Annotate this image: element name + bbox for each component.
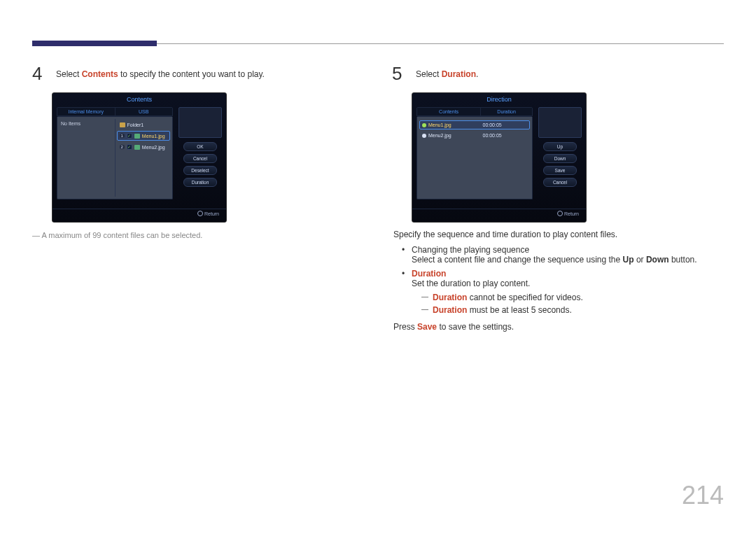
dur-sub2-post: must be at least 5 seconds.	[467, 305, 571, 315]
duration-row-1[interactable]: Menu1.jpg 00:00:05	[419, 120, 530, 129]
bullet-list: Changing the playing sequence Select a c…	[402, 245, 728, 315]
col-internal-memory: Internal Memory	[57, 108, 115, 116]
file-row-1[interactable]: 1 ✓ Menu1.jpg	[117, 131, 171, 141]
step-5-number: 5	[392, 64, 407, 83]
file-row-1-check-icon: ✓	[127, 133, 132, 139]
step-4-post: to specify the content you want to play.	[118, 69, 265, 79]
direction-screen-title: Direction	[412, 93, 586, 104]
save-pre: Press	[393, 322, 417, 332]
duration-button[interactable]: Duration	[183, 178, 217, 187]
bullet-sequence: Changing the playing sequence Select a c…	[402, 245, 728, 265]
step-5-post: .	[476, 69, 478, 79]
duration-row-2[interactable]: Menu2.jpg 00:00:05	[419, 131, 530, 140]
col-usb: USB	[115, 108, 173, 116]
step-4-pre: Select	[56, 69, 82, 79]
dur-sub1-key: Duration	[433, 293, 467, 302]
seq-line-post: button.	[669, 255, 697, 265]
step-5-keyword: Duration	[442, 69, 476, 79]
up-button[interactable]: Up	[543, 142, 577, 151]
step-4-keyword: Contents	[82, 69, 118, 79]
seq-title: Changing the playing sequence	[412, 245, 529, 255]
step-5-text: Select Duration.	[416, 64, 478, 79]
contents-screen: Contents Internal Memory USB No Items Fo…	[52, 92, 227, 223]
duration-row-2-name: Menu2.jpg	[428, 133, 451, 138]
right-intro: Specify the sequence and time duration t…	[393, 230, 728, 239]
save-post: to save the settings.	[437, 322, 514, 332]
return-icon	[557, 211, 563, 216]
contents-side-panel: OK Cancel Deselect Duration	[178, 107, 222, 187]
step-4-number: 4	[32, 64, 48, 83]
duration-row-1-name: Menu1.jpg	[428, 122, 451, 127]
cancel-button[interactable]: Cancel	[543, 178, 577, 187]
contents-list-area: Internal Memory USB No Items Folder1 1 ✓	[57, 107, 173, 209]
left-column: 4 Select Contents to specify the content…	[32, 64, 368, 239]
save-key: Save	[417, 322, 437, 332]
dur-sub-1: Duration cannot be specified for videos.	[421, 293, 728, 302]
cancel-button[interactable]: Cancel	[183, 154, 217, 163]
save-line: Press Save to save the settings.	[393, 322, 728, 332]
direction-columns-header: Contents Duration	[416, 107, 533, 117]
direction-file-list: Menu1.jpg 00:00:05 Menu2.jpg 00:00:05	[416, 117, 533, 199]
image-icon	[134, 145, 140, 150]
header-accent-bar	[32, 41, 157, 46]
file-row-2[interactable]: 2 ✓ Menu2.jpg	[117, 142, 171, 152]
duration-sublist: Duration cannot be specified for videos.…	[421, 293, 728, 315]
seq-or: or	[634, 255, 646, 265]
direction-footer: Return	[412, 209, 586, 219]
dur-line: Set the duration to play content.	[412, 279, 530, 288]
no-items-label: No Items	[59, 119, 113, 128]
contents-screen-title: Contents	[52, 93, 226, 104]
col-contents: Contents	[417, 108, 480, 116]
return-icon	[197, 211, 203, 216]
preview-box	[178, 107, 222, 138]
duration-row-2-time: 00:00:05	[480, 133, 528, 138]
folder-row[interactable]: Folder1	[117, 120, 171, 129]
file-row-2-index: 2	[120, 145, 125, 149]
ok-button[interactable]: OK	[183, 142, 217, 151]
row-1-dot-icon	[422, 123, 426, 127]
file-row-2-name: Menu2.jpg	[142, 145, 165, 150]
dur-title: Duration	[412, 269, 446, 279]
contents-file-list: No Items Folder1 1 ✓ Menu1.jpg 2	[57, 117, 173, 199]
row-2-dot-icon	[422, 134, 426, 138]
dur-sub1-post: cannot be specified for videos.	[467, 293, 582, 302]
direction-screen: Direction Contents Duration Menu1.jpg 00…	[412, 92, 587, 223]
direction-list-area: Contents Duration Menu1.jpg 00:00:05 Men…	[416, 107, 533, 209]
step-4-text: Select Contents to specify the content y…	[56, 64, 265, 79]
duration-row-1-time: 00:00:05	[480, 122, 528, 127]
save-button[interactable]: Save	[543, 166, 577, 175]
step-5: 5 Select Duration.	[392, 64, 728, 83]
left-note: A maximum of 99 content files can be sel…	[32, 231, 368, 239]
bullet-duration: Duration Set the duration to play conten…	[402, 269, 728, 315]
folder-name: Folder1	[127, 122, 144, 127]
seq-up: Up	[623, 255, 634, 265]
folder-icon	[120, 122, 125, 127]
seq-down: Down	[646, 255, 669, 265]
file-row-1-index: 1	[120, 134, 125, 138]
down-button[interactable]: Down	[543, 154, 577, 163]
return-label: Return	[204, 211, 219, 216]
file-row-1-name: Menu1.jpg	[142, 134, 165, 139]
col-duration: Duration	[480, 108, 532, 116]
file-row-2-check-icon: ✓	[127, 144, 132, 150]
seq-line-pre: Select a content file and change the seq…	[412, 255, 623, 265]
deselect-button[interactable]: Deselect	[183, 166, 217, 175]
dur-sub2-key: Duration	[433, 305, 467, 315]
direction-side-panel: Up Down Save Cancel	[538, 107, 582, 187]
dur-sub-2: Duration must be at least 5 seconds.	[421, 305, 728, 315]
contents-footer: Return	[52, 209, 226, 219]
preview-box	[538, 107, 582, 138]
right-column: 5 Select Duration. Direction Contents Du…	[392, 64, 728, 332]
contents-columns-header: Internal Memory USB	[57, 107, 173, 117]
return-label: Return	[564, 211, 579, 216]
page-number: 214	[682, 481, 724, 510]
image-icon	[134, 134, 140, 139]
step-4: 4 Select Contents to specify the content…	[32, 64, 368, 83]
step-5-pre: Select	[416, 69, 442, 79]
